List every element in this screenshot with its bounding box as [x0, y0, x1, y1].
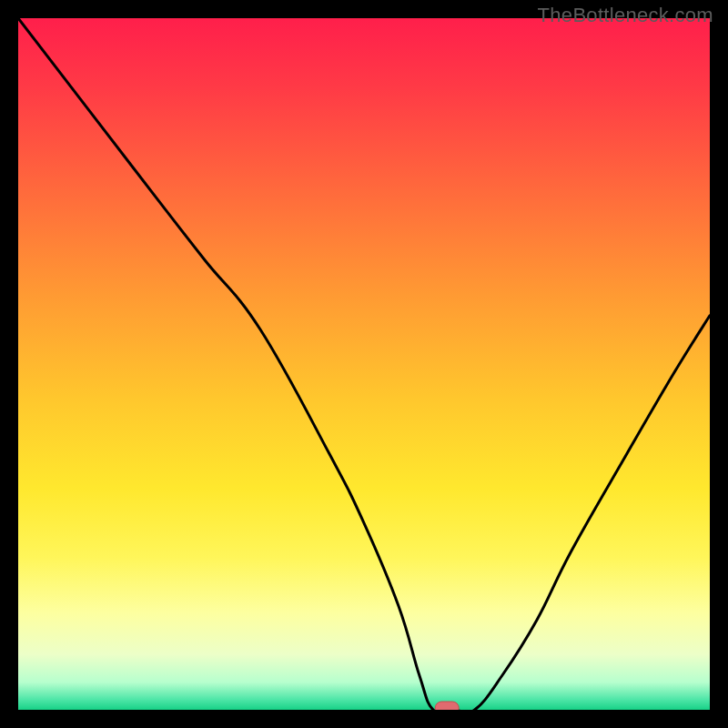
gradient-background	[18, 18, 710, 710]
bottleneck-chart	[18, 18, 710, 710]
chart-frame: TheBottleneck.com	[0, 0, 728, 728]
optimal-marker	[435, 702, 459, 710]
plot-area	[18, 18, 710, 710]
watermark-text: TheBottleneck.com	[538, 4, 713, 27]
